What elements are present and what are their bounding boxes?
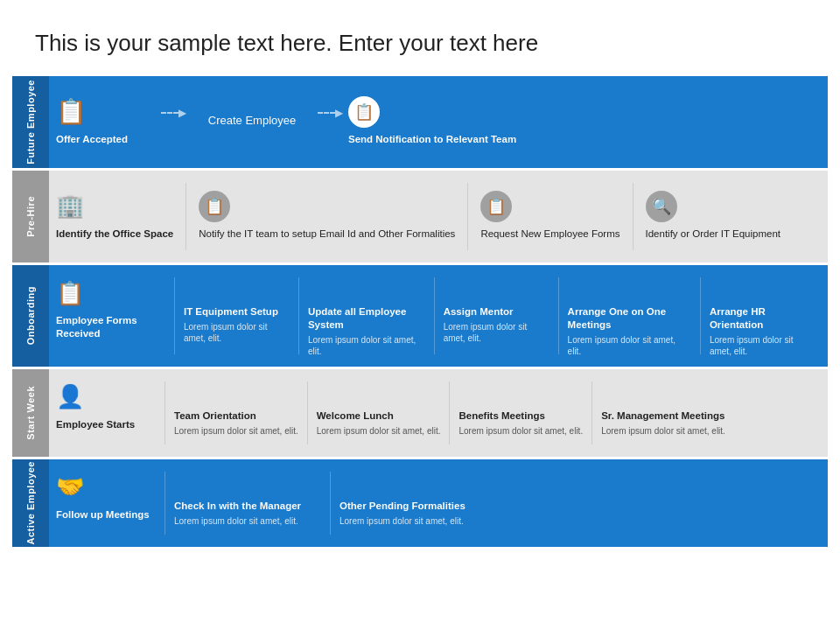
- row-startweek-body: 👤 Employee Starts Team Orientation Lorem…: [49, 369, 828, 457]
- welcome-lunch-body: Lorem ipsum dolor sit amet, elit.: [317, 425, 441, 438]
- row-onboarding: Onboarding 📋 Employee Forms Received IT …: [12, 265, 828, 367]
- hr-orient-title: Arrange HR Orientation: [710, 305, 816, 332]
- check-in-mgr-title: Check In with the Manager: [174, 500, 321, 513]
- arrow-1: ▶: [161, 108, 186, 137]
- col-one-on-one: Arrange One on One Meetings Lorem ipsum …: [563, 274, 696, 358]
- one-on-one-body: Lorem ipsum dolor sit amet, elit.: [568, 334, 691, 358]
- sep-sw-1: [164, 382, 165, 444]
- it-setup-body: Lorem ipsum dolor sit amet, elit.: [184, 321, 290, 345]
- col-send-notif: 📋 Send Notification to Relevant Team: [343, 96, 522, 149]
- update-system-title: Update all Employee System: [308, 305, 425, 332]
- col-emp-starts: 👤 Employee Starts: [56, 378, 161, 434]
- row-active-body: 🤝 Follow up Meetings Check In with the M…: [49, 459, 828, 547]
- col-team-orient: Team Orientation Lorem ipsum dolor sit a…: [169, 378, 304, 437]
- label-onboarding-text: Onboarding: [25, 286, 36, 345]
- col-follow-meetings: 🤝 Follow up Meetings: [56, 468, 161, 524]
- col-it-setup: IT Equipment Setup Lorem ipsum dolor sit…: [178, 274, 295, 345]
- create-employee-title: Create Employee: [208, 114, 296, 129]
- sr-mgmt-body: Lorem ipsum dolor sit amet, elit.: [601, 425, 766, 438]
- col-assign-mentor: Assign Mentor Lorem ipsum dolor sit amet…: [438, 274, 555, 345]
- arrow-head-1: ▶: [178, 108, 186, 118]
- col-identify-it: 🔍 Identify or Order IT Equipment: [640, 191, 786, 243]
- arrow-2: ▶: [318, 108, 343, 137]
- label-prehire: Pre-Hire: [12, 171, 49, 262]
- offer-accepted-title: Offer Accepted: [56, 133, 156, 146]
- sep-sw-3: [449, 382, 450, 444]
- other-formalities-title: Other Pending Formalities: [340, 500, 486, 513]
- benefits-title: Benefits Meetings: [458, 410, 583, 423]
- send-notif-icon: 📋: [348, 96, 380, 128]
- label-active-text: Active Employee: [25, 461, 36, 545]
- team-orient-body: Lorem ipsum dolor sit amet, elit.: [174, 425, 298, 438]
- identify-it-title: Identify or Order IT Equipment: [646, 228, 780, 241]
- hr-orient-body: Lorem ipsum dolor sit amet, elit.: [710, 334, 816, 358]
- notify-it-circle: 📋: [199, 191, 230, 222]
- arrow-head-2: ▶: [335, 108, 343, 118]
- it-setup-spacer: [184, 274, 290, 305]
- request-forms-circle: 📋: [480, 191, 512, 222]
- col-office-space: 🏢 Identify the Office Space: [56, 191, 178, 243]
- other-formalities-body: Lorem ipsum dolor sit amet, elit.: [340, 515, 486, 528]
- office-space-title: Identify the Office Space: [56, 228, 173, 241]
- emp-starts-title: Employee Starts: [56, 418, 156, 431]
- sep-1: [186, 183, 186, 250]
- col-welcome-lunch: Welcome Lunch Lorem ipsum dolor sit amet…: [312, 378, 446, 437]
- row-prehire-body: 🏢 Identify the Office Space 📋 Notify the…: [49, 171, 828, 262]
- request-forms-title: Request New Employee Forms: [480, 228, 620, 241]
- label-active: Active Employee: [12, 459, 49, 547]
- col-forms-received: 📋 Employee Forms Received: [56, 274, 171, 343]
- update-system-body: Lorem ipsum dolor sit amet, elit.: [308, 334, 425, 358]
- row-active: Active Employee 🤝 Follow up Meetings Che…: [12, 459, 828, 547]
- other-form-spacer: [340, 468, 486, 500]
- sep-ob-5: [700, 277, 701, 354]
- sr-mgmt-spacer: [601, 378, 766, 410]
- welcome-lunch-spacer: [317, 378, 441, 410]
- notify-it-title: Notify the IT team to setup Email Id and…: [199, 228, 455, 241]
- identify-it-circle: 🔍: [646, 191, 677, 222]
- row-startweek: Start Week 👤 Employee Starts Team Orient…: [12, 369, 828, 457]
- one-on-one-title: Arrange One on One Meetings: [568, 305, 691, 332]
- one-on-one-spacer: [568, 274, 691, 305]
- identify-it-icon: 🔍: [646, 191, 780, 222]
- team-orient-title: Team Orientation: [174, 410, 298, 423]
- col-request-forms: 📋 Request New Employee Forms: [475, 191, 625, 243]
- row-future: Future Employee 📋 Offer Accepted ▶ Creat…: [12, 76, 828, 168]
- page: This is your sample text here. Enter you…: [0, 0, 840, 630]
- label-prehire-text: Pre-Hire: [25, 196, 36, 237]
- label-startweek: Start Week: [12, 369, 49, 457]
- benefits-body: Lorem ipsum dolor sit amet, elit.: [458, 425, 583, 438]
- rows-container: Future Employee 📋 Offer Accepted ▶ Creat…: [0, 76, 840, 547]
- follow-meetings-icon: 🤝: [56, 472, 156, 503]
- arrow-dash-2: [318, 112, 335, 114]
- col-sr-mgmt: Sr. Management Meetings Lorem ipsum dolo…: [596, 378, 771, 437]
- row-prehire: Pre-Hire 🏢 Identify the Office Space 📋 N…: [12, 171, 828, 262]
- sep-ac-1: [164, 472, 165, 535]
- col-notify-it: 📋 Notify the IT team to setup Email Id a…: [193, 191, 460, 243]
- col-hr-orientation: Arrange HR Orientation Lorem ipsum dolor…: [704, 274, 821, 358]
- label-future-text: Future Employee: [25, 80, 36, 164]
- sep-ac-2: [330, 472, 331, 535]
- notify-it-icon: 📋: [199, 191, 455, 222]
- sep-2: [467, 183, 468, 250]
- request-forms-icon: 📋: [480, 191, 620, 222]
- sep-sw-2: [307, 382, 308, 444]
- forms-received-icon: 📋: [56, 277, 165, 309]
- notif-circle-icon: 📋: [348, 96, 380, 128]
- col-create-employee: Create Employee: [186, 114, 318, 131]
- benefits-spacer: [458, 378, 583, 410]
- team-orient-spacer: [174, 378, 298, 410]
- hr-orient-spacer: [710, 274, 816, 305]
- check-in-spacer: [174, 468, 321, 500]
- sr-mgmt-title: Sr. Management Meetings: [601, 410, 766, 423]
- sep-sw-4: [592, 382, 592, 444]
- sep-3: [633, 183, 634, 250]
- follow-meetings-title: Follow up Meetings: [56, 508, 156, 522]
- col-update-system: Update all Employee System Lorem ipsum d…: [303, 274, 430, 358]
- col-benefits: Benefits Meetings Lorem ipsum dolor sit …: [453, 378, 588, 437]
- check-in-mgr-body: Lorem ipsum dolor sit amet, elit.: [174, 515, 321, 528]
- office-space-icon: 🏢: [56, 191, 173, 222]
- forms-received-title: Employee Forms Received: [56, 314, 165, 340]
- sep-ob-3: [434, 277, 435, 354]
- assign-mentor-body: Lorem ipsum dolor sit amet, elit.: [444, 321, 550, 345]
- update-system-spacer: [308, 274, 425, 305]
